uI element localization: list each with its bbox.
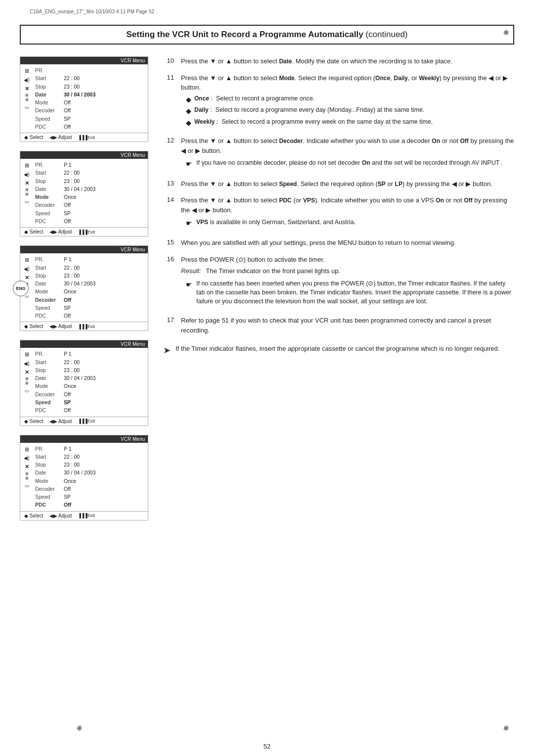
note-sym: ☛ bbox=[186, 218, 192, 228]
icon-grid: ⊞ bbox=[22, 351, 31, 358]
vcr-row: PR. bbox=[35, 66, 146, 74]
vcr-row: PDCOff bbox=[35, 312, 146, 320]
row-value-date: 30 / 04 / 2003 bbox=[64, 91, 95, 98]
page-title: Setting the VCR Unit to Record a Program… bbox=[20, 25, 514, 45]
note-decoder: ☛ If you have no scramble decoder, pleas… bbox=[186, 158, 514, 169]
page-header: C18A_ENG_europe_17"_film 10/10/03 4:11 P… bbox=[30, 9, 154, 14]
note-text: If no cassette has been inserted when yo… bbox=[196, 279, 514, 306]
step-16: 16 Press the POWER (⊙) button to activat… bbox=[163, 255, 514, 309]
icon-speaker: ◀) bbox=[22, 360, 31, 367]
vcr-icons-4: ⊞ ◀) ✕ ⊞⊞ ▭ bbox=[22, 350, 31, 414]
footer-adjust: ◀▶ Adjust bbox=[49, 513, 72, 519]
row-label: Decoder bbox=[35, 201, 61, 209]
title-suffix: (continued) bbox=[363, 30, 408, 39]
row-value: 30 / 04 / 2003 bbox=[64, 374, 95, 382]
row-label: Stop bbox=[35, 461, 61, 469]
row-value: SP bbox=[64, 115, 71, 123]
bullet-text: Daily : Select to record a programme eve… bbox=[194, 106, 424, 116]
step-content-10: Press the ▼ or ▲ button to select Date. … bbox=[181, 56, 514, 66]
row-value: 30 / 04 / 2003 bbox=[64, 280, 95, 287]
bullet-once: ◆ Once : Select to record a programme on… bbox=[186, 94, 514, 105]
icon-tape: ▭ bbox=[22, 104, 31, 111]
row-value: P 1 bbox=[64, 255, 72, 263]
row-value: 30 / 04 / 2003 bbox=[64, 185, 95, 193]
icon-tape: ▭ bbox=[22, 482, 31, 489]
vcr-row: Start22 : 00 bbox=[35, 169, 146, 177]
footer-select: ◆ Select bbox=[24, 229, 44, 235]
step-num-15: 15 bbox=[163, 238, 174, 248]
row-value: Off bbox=[64, 406, 71, 414]
row-label: Mode bbox=[35, 477, 61, 485]
row-label: Start bbox=[35, 74, 61, 82]
vcr-row: PR.P 1 bbox=[35, 445, 146, 453]
row-label: Date bbox=[35, 280, 61, 287]
icon-settings: ⊞⊞ bbox=[22, 189, 31, 195]
vcr-row: Decoder Off bbox=[35, 106, 146, 114]
row-label: PDC bbox=[35, 312, 61, 320]
row-label: Start bbox=[35, 169, 61, 177]
icon-speaker: ◀) bbox=[22, 76, 31, 83]
note-vps: ☛ VPS is available in only German, Switz… bbox=[186, 218, 514, 228]
row-value: 22 : 00 bbox=[64, 264, 80, 272]
row-label: Decoder bbox=[35, 390, 61, 398]
instructions-column: 10 Press the ▼ or ▲ button to select Dat… bbox=[163, 56, 514, 520]
note-sym: ☛ bbox=[186, 159, 192, 169]
result-line: Result: The Timer indicator on the front… bbox=[181, 266, 514, 276]
row-value-stop: 23 : 00 bbox=[64, 83, 80, 91]
row-value: 23 : 00 bbox=[64, 461, 80, 469]
row-value: Once bbox=[64, 477, 76, 485]
row-label: Date bbox=[35, 185, 61, 193]
row-value: 22 : 00 bbox=[64, 358, 80, 366]
vcr-panel-3-footer: ◆ Select ◀▶ Adjust ▐▐▐Exit bbox=[20, 322, 148, 331]
step-content-13: Press the ▼ or ▲ button to select Speed.… bbox=[181, 179, 514, 189]
note-text: If you have no scramble decoder, please … bbox=[196, 158, 503, 169]
vcr-panel-5-footer: ◆ Select ◀▶ Adjust ▐▐▐Exit bbox=[20, 511, 148, 520]
row-value: Off bbox=[64, 201, 71, 209]
footer-select: ◆ Select bbox=[24, 513, 44, 519]
vcr-row: Stop23 : 00 bbox=[35, 272, 146, 280]
icon-tape: ▭ bbox=[22, 198, 31, 205]
row-label: Date bbox=[35, 469, 61, 476]
icon-settings: ⊞⊞ bbox=[22, 94, 31, 101]
vcr-row: PDC Off bbox=[35, 123, 146, 131]
footer-adjust: ◀▶ Adjust bbox=[49, 419, 72, 424]
vcr-row: PDCOff bbox=[35, 217, 146, 225]
step-num-11: 11 bbox=[163, 73, 174, 130]
row-label: Date bbox=[35, 374, 61, 382]
row-label: Decoder bbox=[35, 106, 61, 114]
row-label: PDC bbox=[35, 123, 61, 131]
step-content-12: Press the ▼ or ▲ button to select Decode… bbox=[181, 136, 514, 172]
step-content-16: Press the POWER (⊙) button to activate t… bbox=[181, 255, 514, 309]
vcr-panel-2-footer: ◆ Select ◀▶ Adjust ▐▐▐Exit bbox=[20, 227, 148, 236]
icon-x: ✕ bbox=[22, 274, 31, 281]
icon-speaker: ◀) bbox=[22, 171, 31, 178]
note-power: ☛ If no cassette has been inserted when … bbox=[186, 279, 514, 306]
row-value: 22 : 00 bbox=[64, 453, 80, 461]
row-value: Off bbox=[64, 98, 71, 106]
step-num-17: 17 bbox=[163, 316, 174, 335]
icon-x: ✕ bbox=[22, 464, 31, 471]
vcr-row: PDCOff bbox=[35, 406, 146, 414]
row-label: Speed bbox=[35, 209, 61, 217]
vcr-icons-1: ⊞ ◀) ✕ ⊞⊞ ▭ bbox=[22, 66, 31, 131]
vcr-row: Start22 : 00 bbox=[35, 358, 146, 366]
step-15: 15 When you are satisfied with all your … bbox=[163, 238, 514, 248]
row-value-pdc: Off bbox=[64, 501, 71, 509]
row-value: P 1 bbox=[64, 350, 72, 358]
icon-x: ✕ bbox=[22, 180, 31, 187]
row-value: Once bbox=[64, 287, 76, 295]
row-label: PR. bbox=[35, 445, 61, 453]
row-value: Once bbox=[64, 193, 76, 201]
step-num-12: 12 bbox=[163, 136, 174, 172]
footer-select: ◆ Select bbox=[24, 419, 44, 424]
footer-adjust: ◀▶ Adjust bbox=[49, 135, 72, 140]
row-value: 23 : 00 bbox=[64, 366, 80, 374]
icon-speaker: ◀) bbox=[22, 455, 31, 462]
vcr-row: Date30 / 04 / 2003 bbox=[35, 374, 146, 382]
vcr-panel-4-header: VCR Menu bbox=[20, 340, 148, 348]
vcr-row: ModeOnce bbox=[35, 193, 146, 201]
footer-exit: ▐▐▐Exit bbox=[78, 419, 95, 424]
vcr-row: ModeOnce bbox=[35, 382, 146, 390]
result-text: The Timer indicator on the front panel l… bbox=[206, 266, 340, 276]
row-value-speed: SP bbox=[64, 398, 71, 406]
